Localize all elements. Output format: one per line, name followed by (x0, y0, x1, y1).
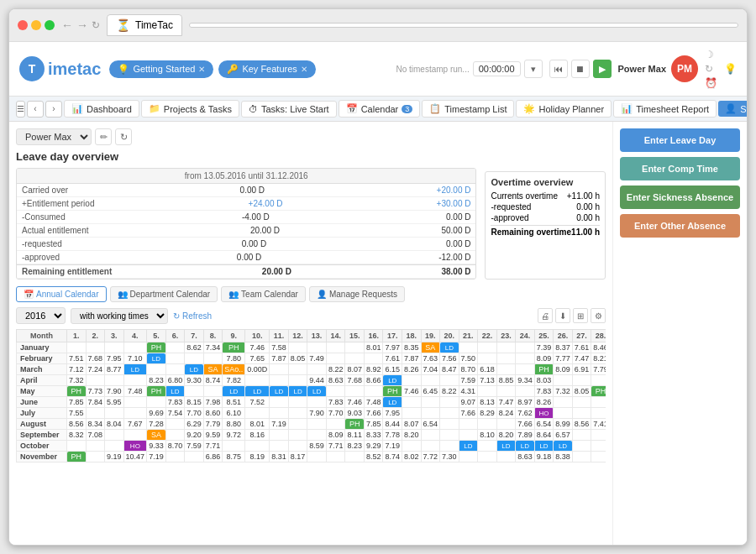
day-cell[interactable] (326, 452, 345, 463)
day-cell[interactable]: 7.85 (67, 397, 87, 408)
day-cell[interactable]: 7.32 (67, 375, 87, 386)
stop-button[interactable]: ⏹ (571, 60, 590, 78)
day-cell[interactable]: 8.21 (591, 353, 606, 364)
day-cell[interactable] (496, 364, 516, 375)
day-cell[interactable]: LD (554, 441, 573, 452)
day-cell[interactable]: LD (223, 386, 245, 397)
day-cell[interactable]: 7.30 (440, 452, 459, 463)
day-cell[interactable] (440, 441, 459, 452)
day-cell[interactable]: 7.55 (67, 408, 87, 419)
day-cell[interactable]: 9.07 (459, 397, 478, 408)
day-cell[interactable]: 7.68 (86, 353, 105, 364)
day-cell[interactable] (459, 342, 478, 353)
day-cell[interactable]: 8.99 (554, 419, 573, 430)
day-cell[interactable] (86, 441, 105, 452)
day-cell[interactable]: 7.61 (572, 342, 591, 353)
day-cell[interactable]: 8.02 (402, 452, 422, 463)
day-cell[interactable]: 8.24 (496, 408, 516, 419)
day-cell[interactable]: 6.10 (223, 408, 245, 419)
working-times-selector[interactable]: with working times (71, 308, 168, 324)
day-cell[interactable] (105, 342, 124, 353)
day-cell[interactable] (67, 342, 87, 353)
day-cell[interactable]: 8.01 (245, 419, 270, 430)
day-cell[interactable]: 8.59 (307, 441, 327, 452)
day-cell[interactable]: 7.12 (67, 364, 87, 375)
day-cell[interactable] (496, 386, 516, 397)
day-cell[interactable] (421, 408, 440, 419)
day-cell[interactable] (572, 441, 591, 452)
day-cell[interactable] (440, 408, 459, 419)
day-cell[interactable]: 8.46 (591, 342, 606, 353)
day-cell[interactable] (402, 375, 422, 386)
day-cell[interactable]: 7.47 (572, 353, 591, 364)
day-cell[interactable] (478, 452, 497, 463)
day-cell[interactable] (288, 419, 307, 430)
day-cell[interactable]: LD (270, 386, 289, 397)
day-cell[interactable]: 7.39 (534, 342, 554, 353)
day-cell[interactable]: 8.20 (496, 430, 516, 441)
day-cell[interactable] (307, 430, 327, 441)
day-cell[interactable] (105, 408, 124, 419)
day-cell[interactable]: 9.72 (223, 430, 245, 441)
day-cell[interactable]: 8.92 (364, 364, 383, 375)
day-cell[interactable] (516, 353, 535, 364)
day-cell[interactable] (440, 419, 459, 430)
day-cell[interactable]: 8.32 (67, 430, 87, 441)
day-cell[interactable]: 7.67 (123, 419, 147, 430)
day-cell[interactable]: 8.05 (288, 353, 307, 364)
day-cell[interactable] (364, 353, 383, 364)
day-cell[interactable] (123, 408, 147, 419)
day-cell[interactable]: 7.66 (364, 408, 383, 419)
day-cell[interactable]: LD (440, 342, 459, 353)
day-cell[interactable]: 7.62 (516, 408, 535, 419)
day-cell[interactable]: 7.32 (554, 386, 573, 397)
day-cell[interactable] (326, 353, 345, 364)
enter-leave-day-button[interactable]: Enter Leave Day (620, 128, 740, 152)
day-cell[interactable] (478, 342, 497, 353)
day-cell[interactable]: 7.66 (459, 408, 478, 419)
day-cell[interactable]: 8.22 (440, 386, 459, 397)
day-cell[interactable]: 8.33 (364, 430, 383, 441)
day-cell[interactable] (185, 386, 204, 397)
settings-button[interactable]: ⚙ (591, 308, 606, 323)
day-cell[interactable]: 6.18 (478, 364, 497, 375)
day-cell[interactable]: 8.19 (245, 452, 270, 463)
day-cell[interactable]: 8.05 (572, 386, 591, 397)
day-cell[interactable] (572, 408, 591, 419)
address-bar[interactable] (189, 23, 738, 28)
day-cell[interactable] (105, 430, 124, 441)
day-cell[interactable]: 7.52 (245, 397, 270, 408)
day-cell[interactable] (105, 441, 124, 452)
day-cell[interactable]: PH (147, 342, 166, 353)
day-cell[interactable]: PH (383, 386, 402, 397)
day-cell[interactable]: 7.58 (270, 342, 289, 353)
day-cell[interactable]: 7.04 (421, 364, 440, 375)
nav-prev-button[interactable]: ‹ (27, 101, 44, 118)
download-button[interactable]: ⬇ (555, 308, 570, 323)
day-cell[interactable] (496, 419, 516, 430)
user-selector[interactable]: Power Max (16, 128, 92, 145)
day-cell[interactable]: PH (147, 386, 166, 397)
tab-close-icon[interactable]: ✕ (301, 65, 307, 74)
day-cell[interactable]: PH (67, 386, 87, 397)
nav-item-status[interactable]: 👤 Status overview (718, 101, 747, 117)
timestamp-dropdown[interactable]: ▾ (524, 60, 543, 78)
day-cell[interactable]: 8.23 (147, 375, 166, 386)
day-cell[interactable]: 6.57 (554, 430, 573, 441)
day-cell[interactable] (440, 430, 459, 441)
day-cell[interactable] (203, 353, 223, 364)
day-cell[interactable] (165, 419, 185, 430)
day-cell[interactable]: 7.63 (421, 353, 440, 364)
day-cell[interactable] (516, 386, 535, 397)
day-cell[interactable]: LD (383, 375, 402, 386)
day-cell[interactable]: 7.24 (86, 364, 105, 375)
day-cell[interactable] (478, 386, 497, 397)
day-cell[interactable] (364, 386, 383, 397)
day-cell[interactable] (591, 408, 606, 419)
day-cell[interactable]: 9.29 (364, 441, 383, 452)
enter-sickness-absence-button[interactable]: Enter Sickness Absence (620, 186, 740, 209)
day-cell[interactable]: 4.31 (459, 386, 478, 397)
day-cell[interactable]: 8.47 (440, 364, 459, 375)
day-cell[interactable] (165, 364, 185, 375)
day-cell[interactable]: 8.29 (478, 408, 497, 419)
